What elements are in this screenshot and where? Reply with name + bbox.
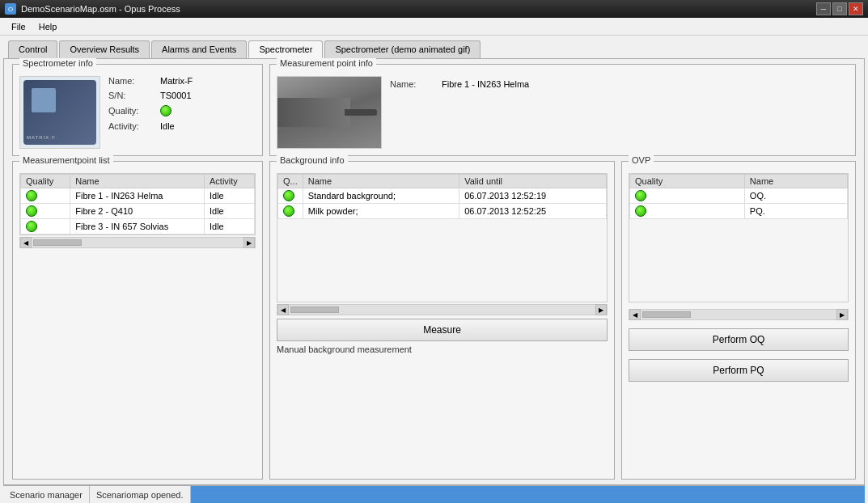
bg-name-cell: Milk powder; bbox=[303, 204, 459, 219]
bg-col-valid: Valid until bbox=[459, 175, 607, 188]
window-title: DemoScenarioMap.osm - Opus Process bbox=[21, 4, 816, 14]
bg-quality-dot bbox=[283, 190, 294, 201]
mpoint-list-row[interactable]: Fibre 1 - IN263 Helma Idle bbox=[21, 188, 255, 204]
ovp-col-name: Name bbox=[744, 175, 847, 188]
top-row: Spectrometer info Name: Matrix-F S/N: TS… bbox=[12, 64, 856, 156]
status-text: Scenariomap opened. bbox=[90, 486, 191, 503]
spectrometer-info-title: Spectrometer info bbox=[19, 58, 96, 68]
minimize-button[interactable]: ─ bbox=[816, 2, 831, 15]
mpoint-list-row[interactable]: Fibre 2 - Q410 Idle bbox=[21, 204, 255, 219]
hscroll-left-arrow[interactable]: ◀ bbox=[20, 237, 32, 248]
bg-info-table-wrapper[interactable]: Q... Name Valid until Standard backgroun… bbox=[277, 173, 608, 302]
bg-valid-cell: 06.07.2013 12:52:19 bbox=[459, 188, 607, 204]
window-controls: ─ □ ✕ bbox=[816, 2, 863, 15]
quality-dot bbox=[26, 190, 37, 201]
bg-name-cell: Standard background; bbox=[303, 188, 459, 204]
spec-activity-field: Activity: Idle bbox=[108, 121, 193, 131]
bg-col-name: Name bbox=[303, 175, 459, 188]
hscroll-right-arrow[interactable]: ▶ bbox=[243, 237, 255, 248]
bg-table-row[interactable]: Standard background; 06.07.2013 12:52:19 bbox=[278, 188, 607, 204]
bg-quality-cell bbox=[278, 188, 303, 204]
bg-info-title: Background info bbox=[277, 155, 348, 165]
ovp-hscroll-thumb[interactable] bbox=[642, 311, 691, 318]
spec-name-label: Name: bbox=[108, 76, 157, 86]
bg-hscroll[interactable]: ◀ ▶ bbox=[277, 304, 608, 315]
menu-bar: File Help bbox=[0, 18, 868, 36]
quality-dot bbox=[26, 205, 37, 217]
ovp-table-row[interactable]: OQ. bbox=[630, 188, 848, 204]
menu-file[interactable]: File bbox=[5, 20, 32, 33]
mpoint-list-table: Quality Name Activity Fibre 1 - IN263 He… bbox=[20, 174, 255, 235]
status-progress-bar bbox=[191, 486, 865, 503]
perform-pq-button[interactable]: Perform PQ bbox=[629, 359, 849, 382]
bg-table-row[interactable]: Milk powder; 06.07.2013 12:52:25 bbox=[278, 204, 607, 219]
hscroll-track bbox=[32, 238, 243, 247]
tab-bar: Control Overview Results Alarms and Even… bbox=[0, 36, 868, 58]
bg-hscroll-track bbox=[289, 305, 595, 315]
col-quality: Quality bbox=[21, 175, 70, 188]
mpoint-activity-cell: Idle bbox=[204, 204, 254, 219]
bg-quality-dot bbox=[283, 205, 294, 217]
measure-button[interactable]: Measure bbox=[277, 319, 608, 341]
ovp-hscroll-right[interactable]: ▶ bbox=[836, 309, 848, 320]
bg-hscroll-thumb[interactable] bbox=[290, 306, 339, 313]
spec-activity-value: Idle bbox=[160, 121, 175, 131]
spec-content: Name: Matrix-F S/N: TS0001 Quality: A bbox=[19, 76, 256, 149]
manual-bg-label: Manual background measurement bbox=[277, 344, 608, 354]
ovp-hscroll[interactable]: ◀ ▶ bbox=[629, 309, 849, 320]
hscroll-thumb[interactable] bbox=[33, 239, 82, 246]
bg-quality-cell bbox=[278, 204, 303, 219]
ovp-hscroll-left[interactable]: ◀ bbox=[629, 309, 641, 320]
spec-name-value: Matrix-F bbox=[160, 76, 193, 86]
tab-overview-results[interactable]: Overview Results bbox=[59, 40, 150, 58]
ovp-quality-dot bbox=[635, 190, 646, 201]
menu-help[interactable]: Help bbox=[32, 20, 64, 33]
spec-sn-field: S/N: TS0001 bbox=[108, 91, 193, 100]
spec-quality-label: Quality: bbox=[108, 106, 157, 116]
spectrometer-info-group: Spectrometer info Name: Matrix-F S/N: TS… bbox=[12, 64, 263, 156]
spec-quality-indicator bbox=[160, 105, 171, 116]
ovp-table-row[interactable]: PQ. bbox=[630, 204, 848, 219]
mpoint-quality-cell bbox=[21, 204, 70, 219]
mpoint-hscroll[interactable]: ◀ ▶ bbox=[19, 237, 256, 248]
quality-dot bbox=[26, 221, 37, 232]
col-activity: Activity bbox=[204, 175, 254, 188]
spec-quality-field: Quality: bbox=[108, 105, 193, 116]
mpoint-list-row[interactable]: Fibre 3 - IN 657 Solvias Idle bbox=[21, 219, 255, 235]
col-name: Name bbox=[70, 175, 205, 188]
main-window: File Help Control Overview Results Alarm… bbox=[0, 18, 868, 503]
probe-tip bbox=[345, 109, 377, 116]
spectrometer-image bbox=[19, 76, 100, 149]
mpoint-activity-cell: Idle bbox=[204, 188, 254, 204]
background-info-group: Background info Q... Name Valid until St… bbox=[269, 161, 615, 480]
mpoint-name-cell: Fibre 3 - IN 657 Solvias bbox=[70, 219, 205, 235]
bg-col-q: Q... bbox=[278, 175, 303, 188]
perform-oq-button[interactable]: Perform OQ bbox=[629, 328, 849, 351]
ovp-group: OVP Quality Name OQ. PQ. bbox=[621, 161, 856, 480]
spec-activity-label: Activity: bbox=[108, 121, 157, 131]
meas-fields: Name: Fibre 1 - IN263 Helma bbox=[390, 76, 529, 89]
tab-spectrometer[interactable]: Spectrometer bbox=[248, 40, 323, 58]
bg-hscroll-right[interactable]: ▶ bbox=[595, 304, 607, 315]
mpoint-list-title: Measurementpoint list bbox=[19, 155, 113, 165]
ovp-hscroll-track bbox=[641, 310, 836, 319]
ovp-col-quality: Quality bbox=[630, 175, 745, 188]
status-scenario-manager: Scenario manager bbox=[3, 486, 90, 503]
spec-sn-value: TS0001 bbox=[160, 91, 192, 100]
measurement-point-list-group: Measurementpoint list Quality Name Activ… bbox=[12, 161, 263, 480]
ovp-table-wrapper[interactable]: Quality Name OQ. PQ. bbox=[629, 173, 849, 302]
restore-button[interactable]: □ bbox=[832, 2, 847, 15]
app-icon: O bbox=[5, 3, 16, 15]
close-button[interactable]: ✕ bbox=[849, 2, 863, 15]
mpoint-quality-cell bbox=[21, 188, 70, 204]
meas-name-value: Fibre 1 - IN263 Helma bbox=[442, 79, 529, 89]
mpoint-quality-cell bbox=[21, 219, 70, 235]
meas-name-label: Name: bbox=[390, 79, 438, 89]
bg-valid-cell: 06.07.2013 12:52:25 bbox=[459, 204, 607, 219]
tab-spectrometer-demo[interactable]: Spectrometer (demo animated gif) bbox=[324, 40, 481, 58]
tab-alarms-events[interactable]: Alarms and Events bbox=[151, 40, 247, 58]
tab-control[interactable]: Control bbox=[8, 40, 57, 58]
bg-hscroll-left[interactable]: ◀ bbox=[277, 304, 289, 315]
meas-content: Name: Fibre 1 - IN263 Helma bbox=[277, 76, 849, 149]
mpoint-list-table-wrapper[interactable]: Quality Name Activity Fibre 1 - IN263 He… bbox=[19, 173, 256, 235]
